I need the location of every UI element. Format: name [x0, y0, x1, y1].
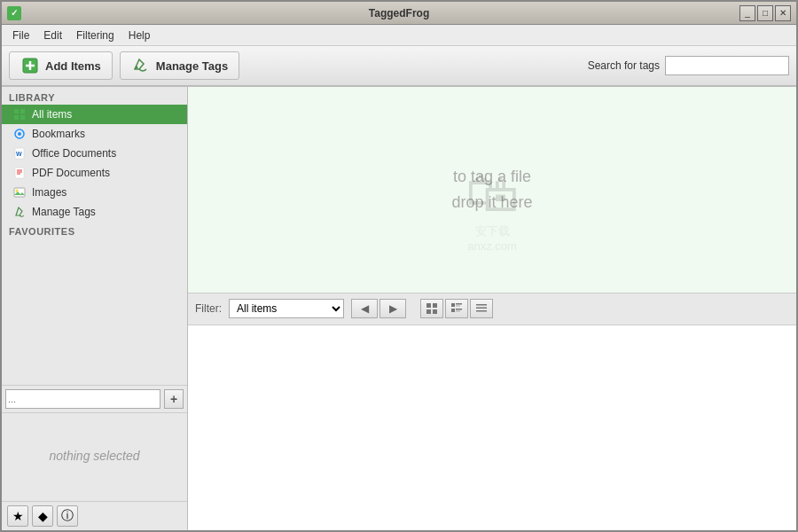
nothing-selected-label: nothing selected — [9, 420, 180, 491]
sidebar-item-images-label: Images — [32, 186, 66, 199]
restore-button[interactable]: □ — [757, 5, 773, 21]
library-label: LIBRARY — [2, 87, 187, 105]
view-controls — [420, 299, 493, 318]
drop-line2: drop it here — [451, 193, 532, 211]
content-area: to tag a file drop it here 🛍 安下载anxz.com… — [188, 87, 796, 530]
manage-tags-sidebar-icon — [12, 205, 27, 219]
toolbar: Add Items Manage Tags Search for tags — [2, 46, 796, 87]
nav-buttons: ◀ ▶ — [351, 299, 406, 318]
favourites-section: FAVOURITES — [2, 225, 187, 238]
sidebar-item-images[interactable]: Images — [2, 183, 187, 202]
minimize-button[interactable]: _ — [739, 5, 755, 21]
tag-button-bottom[interactable]: ◆ — [32, 505, 53, 527]
svg-text:W: W — [16, 151, 22, 157]
svg-point-9 — [18, 132, 21, 136]
filter-bar: Filter: All items Bookmarks Office Docum… — [188, 293, 796, 325]
menu-edit[interactable]: Edit — [36, 27, 69, 43]
menu-file[interactable]: File — [5, 27, 36, 43]
svg-rect-18 — [426, 303, 431, 308]
sidebar-item-pdf-documents-label: PDF Documents — [32, 167, 110, 179]
favourites-label: FAVOURITES — [2, 221, 82, 239]
sidebar-item-office-documents-label: Office Documents — [32, 147, 116, 160]
detail-panel: nothing selected — [2, 412, 187, 501]
svg-rect-30 — [476, 310, 487, 312]
svg-rect-29 — [476, 308, 487, 309]
app-icon: ✓ — [7, 6, 21, 20]
bottom-toolbar: ★ ◆ ⓘ — [2, 501, 187, 530]
main-area: LIBRARY All items Bookmarks W O — [2, 87, 796, 530]
filter-select[interactable]: All items Bookmarks Office Documents PDF… — [229, 299, 344, 318]
add-tag-button[interactable]: + — [164, 389, 184, 409]
add-items-button[interactable]: Add Items — [9, 51, 113, 80]
svg-rect-25 — [451, 309, 455, 312]
svg-rect-19 — [433, 303, 437, 308]
svg-rect-23 — [456, 303, 462, 305]
svg-rect-21 — [433, 309, 437, 314]
add-items-label: Add Items — [45, 59, 101, 73]
title-bar: ✓ TaggedFrog _ □ ✕ — [2, 2, 796, 25]
svg-rect-4 — [14, 109, 19, 113]
drop-zone-text: to tag a file drop it here — [451, 164, 532, 215]
view-list-button[interactable] — [470, 299, 493, 318]
sidebar-item-manage-tags[interactable]: Manage Tags — [2, 202, 187, 222]
nav-prev-button[interactable]: ◀ — [351, 299, 378, 318]
office-documents-icon: W — [12, 146, 27, 160]
svg-rect-28 — [476, 304, 487, 306]
sidebar-item-all-items-label: All items — [32, 108, 72, 121]
svg-rect-27 — [456, 311, 460, 312]
sidebar-item-pdf-documents[interactable]: PDF Documents — [2, 163, 187, 183]
sidebar: LIBRARY All items Bookmarks W O — [2, 87, 188, 530]
bookmarks-icon — [12, 127, 27, 141]
pdf-documents-icon — [12, 166, 27, 180]
title-controls: _ □ ✕ — [739, 5, 791, 21]
manage-tags-label: Manage Tags — [156, 59, 228, 73]
search-label: Search for tags — [588, 59, 660, 72]
svg-rect-24 — [456, 306, 460, 307]
svg-rect-12 — [15, 168, 24, 178]
images-icon — [12, 185, 27, 200]
search-input[interactable] — [665, 56, 789, 75]
svg-point-3 — [135, 66, 137, 69]
svg-rect-5 — [20, 109, 25, 113]
nav-next-button[interactable]: ▶ — [379, 299, 406, 318]
filter-label: Filter: — [195, 302, 222, 315]
svg-rect-6 — [14, 115, 19, 120]
tag-input-area: + — [2, 385, 187, 412]
menu-bar: File Edit Filtering Help — [2, 25, 796, 46]
title-bar-left: ✓ — [7, 6, 21, 20]
svg-rect-22 — [451, 303, 455, 307]
content-list[interactable] — [188, 325, 796, 531]
view-grid-button[interactable] — [420, 299, 443, 318]
info-button[interactable]: ⓘ — [57, 505, 78, 527]
svg-rect-7 — [20, 115, 25, 120]
all-items-icon — [12, 107, 27, 121]
drop-zone[interactable]: to tag a file drop it here 🛍 安下载anxz.com — [188, 87, 796, 293]
search-area: Search for tags — [588, 56, 789, 75]
svg-rect-26 — [456, 309, 462, 310]
sidebar-item-bookmarks[interactable]: Bookmarks — [2, 124, 187, 144]
sidebar-bottom: + nothing selected ★ ◆ ⓘ — [2, 385, 187, 530]
window-title: TaggedFrog — [369, 7, 429, 20]
menu-help[interactable]: Help — [121, 27, 158, 43]
manage-tags-button[interactable]: Manage Tags — [120, 51, 239, 80]
manage-tags-icon — [131, 56, 151, 75]
sidebar-item-all-items[interactable]: All items — [2, 105, 187, 124]
tag-input[interactable] — [5, 389, 160, 409]
star-button[interactable]: ★ — [7, 505, 28, 527]
menu-filtering[interactable]: Filtering — [69, 27, 121, 43]
drop-line1: to tag a file — [453, 168, 531, 185]
sidebar-item-office-documents[interactable]: W Office Documents — [2, 144, 187, 163]
main-window: ✓ TaggedFrog _ □ ✕ File Edit Filtering H… — [0, 0, 798, 532]
view-medium-button[interactable] — [445, 299, 468, 318]
svg-rect-16 — [14, 188, 25, 197]
add-items-icon — [20, 56, 40, 75]
sidebar-item-bookmarks-label: Bookmarks — [32, 128, 85, 140]
sidebar-item-manage-tags-label: Manage Tags — [32, 206, 96, 218]
svg-rect-20 — [426, 309, 431, 314]
close-button[interactable]: ✕ — [775, 5, 791, 21]
